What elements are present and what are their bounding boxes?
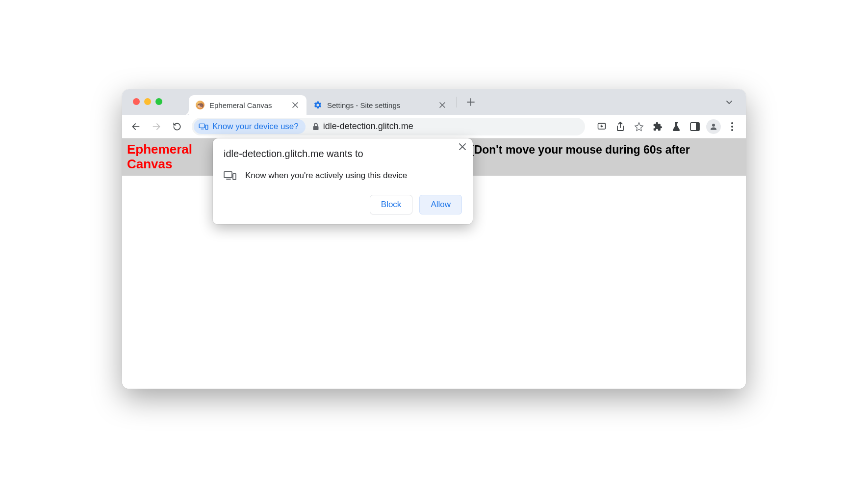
chip-label: Know your device use?: [212, 122, 299, 132]
tabs-container: 🦔 Ephemeral Canvas Settings - Site setti…: [170, 89, 725, 115]
share-icon[interactable]: [612, 118, 629, 135]
svg-point-6: [712, 124, 715, 127]
profile-avatar[interactable]: [705, 118, 722, 135]
window-zoom-button[interactable]: [155, 98, 162, 105]
devices-icon: [224, 170, 236, 181]
window-minimize-button[interactable]: [144, 98, 151, 105]
page-instruction-text: (Don't move your mouse during 60s after: [470, 142, 690, 157]
permission-chip[interactable]: Know your device use?: [194, 119, 306, 134]
labs-flask-icon[interactable]: [667, 118, 685, 135]
browser-window: 🦔 Ephemeral Canvas Settings - Site setti…: [122, 89, 746, 389]
permission-actions: Block Allow: [224, 195, 462, 214]
svg-rect-0: [199, 124, 204, 128]
svg-rect-5: [696, 123, 699, 131]
close-icon[interactable]: [459, 143, 466, 150]
menu-button[interactable]: [723, 118, 741, 135]
tab-title: Settings - Site settings: [327, 101, 433, 109]
svg-rect-10: [224, 172, 232, 178]
new-tab-button[interactable]: [463, 94, 479, 110]
reload-button[interactable]: [168, 118, 186, 135]
window-controls: [122, 89, 170, 105]
svg-rect-11: [233, 174, 236, 180]
tab-strip: 🦔 Ephemeral Canvas Settings - Site setti…: [122, 89, 746, 115]
back-button[interactable]: [127, 118, 145, 135]
tab-ephemeral-canvas[interactable]: 🦔 Ephemeral Canvas: [189, 95, 306, 115]
devices-icon: [199, 123, 208, 131]
permission-item: Know when you're actively using this dev…: [224, 170, 462, 181]
permission-item-text: Know when you're actively using this dev…: [245, 171, 407, 181]
toolbar: Know your device use? idle-detection.gli…: [122, 115, 746, 138]
lock-icon[interactable]: [312, 123, 319, 131]
permission-prompt: idle-detection.glitch.me wants to Know w…: [213, 138, 473, 224]
tab-settings[interactable]: Settings - Site settings: [306, 95, 454, 115]
avatar-icon: [706, 119, 721, 134]
page-title: Ephemeral Canvas: [127, 142, 201, 172]
page-content: Ephemeral Canvas (Don't move your mouse …: [122, 138, 746, 389]
favicon-icon: 🦔: [196, 101, 204, 109]
permission-title: idle-detection.glitch.me wants to: [224, 148, 462, 159]
tab-title: Ephemeral Canvas: [209, 101, 286, 109]
tab-close-button[interactable]: [291, 101, 300, 109]
allow-button[interactable]: Allow: [419, 195, 462, 214]
extensions-puzzle-icon[interactable]: [649, 118, 666, 135]
svg-point-8: [731, 126, 733, 128]
block-button[interactable]: Block: [370, 195, 413, 214]
window-close-button[interactable]: [133, 98, 140, 105]
tab-close-button[interactable]: [438, 101, 447, 109]
svg-point-9: [731, 129, 733, 131]
url-text: idle-detection.glitch.me: [323, 121, 413, 132]
svg-point-7: [731, 122, 733, 124]
side-panel-icon[interactable]: [686, 118, 704, 135]
tab-search-button[interactable]: [725, 98, 740, 106]
toolbar-actions: [593, 118, 741, 135]
forward-button[interactable]: [148, 118, 165, 135]
bookmark-star-icon[interactable]: [630, 118, 648, 135]
settings-gear-icon: [313, 101, 322, 109]
svg-rect-2: [313, 126, 318, 130]
svg-rect-1: [205, 125, 208, 129]
install-app-icon[interactable]: [593, 118, 611, 135]
address-bar[interactable]: Know your device use? idle-detection.gli…: [192, 118, 585, 135]
tab-separator: [457, 97, 457, 107]
